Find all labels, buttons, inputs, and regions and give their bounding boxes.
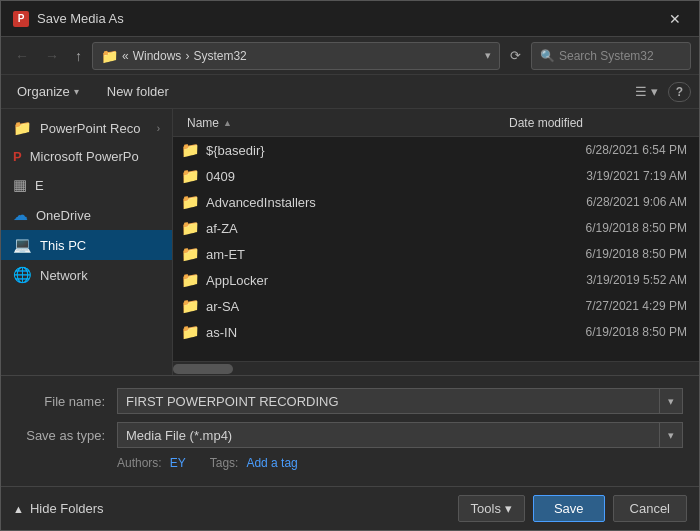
sort-icon: ▲	[223, 118, 232, 128]
tools-chevron-icon: ▾	[505, 501, 512, 516]
refresh-button[interactable]: ⟳	[504, 44, 527, 67]
sidebar-item-microsoft-powerpoint[interactable]: P Microsoft PowerPo	[1, 143, 172, 170]
navigation-toolbar: ← → ↑ 📁 « Windows › System32 ▾ ⟳ 🔍 Searc…	[1, 37, 699, 75]
up-button[interactable]: ↑	[69, 44, 88, 68]
table-row[interactable]: 📁 ${basedir} 6/28/2021 6:54 PM	[173, 137, 699, 163]
title-bar: P Save Media As ✕	[1, 1, 699, 37]
address-chevron-icon: ▾	[485, 49, 491, 62]
table-row[interactable]: 📁 AppLocker 3/19/2019 5:52 AM	[173, 267, 699, 293]
computer-icon: 💻	[13, 236, 32, 254]
help-button[interactable]: ?	[668, 82, 691, 102]
filetype-row: Save as type: Media File (*.mp4) ▾	[17, 422, 683, 448]
tags-item: Tags: Add a tag	[210, 456, 298, 470]
sidebar-item-network[interactable]: 🌐 Network	[1, 260, 172, 290]
folder-icon: 📁	[181, 219, 200, 237]
filename-row: File name: ▾	[17, 388, 683, 414]
bottom-form-area: File name: ▾ Save as type: Media File (*…	[1, 375, 699, 486]
table-row[interactable]: 📁 af-ZA 6/19/2018 8:50 PM	[173, 215, 699, 241]
col-header-date[interactable]: Date modified	[503, 112, 683, 134]
forward-button[interactable]: →	[39, 44, 65, 68]
filename-input[interactable]	[117, 388, 660, 414]
action-bar-right: ☰ ▾ ?	[629, 81, 691, 102]
authors-label: Authors:	[117, 456, 162, 470]
cloud-icon: ☁	[13, 206, 28, 224]
folder-icon: 📁	[181, 141, 200, 159]
file-area: Name ▲ Date modified 📁 ${basedir} 6/28/2…	[173, 109, 699, 375]
dialog-title: Save Media As	[37, 11, 124, 26]
folder-icon: 📁	[181, 297, 200, 315]
main-area: 📁 PowerPoint Reco › P Microsoft PowerPo …	[1, 109, 699, 375]
back-button[interactable]: ←	[9, 44, 35, 68]
view-button[interactable]: ☰ ▾	[629, 81, 664, 102]
cancel-button[interactable]: Cancel	[613, 495, 687, 522]
search-icon: 🔍	[540, 49, 555, 63]
expand-arrow-icon: ›	[157, 123, 160, 134]
address-bar[interactable]: 📁 « Windows › System32 ▾	[92, 42, 500, 70]
col-header-name[interactable]: Name ▲	[181, 112, 503, 134]
search-placeholder: Search System32	[559, 49, 654, 63]
title-bar-left: P Save Media As	[13, 11, 124, 27]
button-bar: ▲ Hide Folders Tools ▾ Save Cancel	[1, 486, 699, 530]
hscroll-thumb	[173, 364, 233, 374]
table-row[interactable]: 📁 as-IN 6/19/2018 8:50 PM	[173, 319, 699, 345]
filetype-dropdown-button[interactable]: ▾	[660, 422, 683, 448]
search-box[interactable]: 🔍 Search System32	[531, 42, 691, 70]
new-folder-button[interactable]: New folder	[99, 81, 177, 102]
folder-icon: 📁	[181, 271, 200, 289]
table-row[interactable]: 📁 AdvancedInstallers 6/28/2021 9:06 AM	[173, 189, 699, 215]
app-icon: P	[13, 11, 29, 27]
sidebar-item-e-drive[interactable]: ▦ E	[1, 170, 172, 200]
table-row[interactable]: 📁 ar-SA 7/27/2021 4:29 PM	[173, 293, 699, 319]
network-icon: 🌐	[13, 266, 32, 284]
filename-label: File name:	[17, 394, 117, 409]
folder-icon: 📁	[181, 167, 200, 185]
sidebar-item-this-pc[interactable]: 💻 This PC	[1, 230, 172, 260]
sidebar: 📁 PowerPoint Reco › P Microsoft PowerPo …	[1, 109, 173, 375]
table-row[interactable]: 📁 am-ET 6/19/2018 8:50 PM	[173, 241, 699, 267]
meta-row: Authors: EY Tags: Add a tag	[17, 456, 683, 470]
folder-icon: 📁	[101, 48, 118, 64]
folder-icon: 📁	[181, 193, 200, 211]
tools-button[interactable]: Tools ▾	[458, 495, 525, 522]
hide-folders-arrow-icon: ▲	[13, 503, 24, 515]
filename-dropdown-button[interactable]: ▾	[660, 388, 683, 414]
close-button[interactable]: ✕	[663, 7, 687, 31]
folder-icon: 📁	[181, 245, 200, 263]
organize-button[interactable]: Organize ▾	[9, 81, 87, 102]
save-media-as-dialog: P Save Media As ✕ ← → ↑ 📁 « Windows › Sy…	[0, 0, 700, 531]
drive-icon: ▦	[13, 176, 27, 194]
address-path-system32: System32	[193, 49, 246, 63]
folder-icon: 📁	[13, 119, 32, 137]
folder-icon: 📁	[181, 323, 200, 341]
action-bar: Organize ▾ New folder ☰ ▾ ?	[1, 75, 699, 109]
horizontal-scrollbar[interactable]	[173, 361, 699, 375]
address-path-windows: Windows	[133, 49, 182, 63]
authors-value[interactable]: EY	[170, 456, 186, 470]
powerpoint-icon: P	[13, 149, 22, 164]
filetype-label: Save as type:	[17, 428, 117, 443]
file-list-header: Name ▲ Date modified	[173, 109, 699, 137]
address-path-arrow: ›	[185, 49, 189, 63]
authors-item: Authors: EY	[117, 456, 186, 470]
sidebar-item-powerpoint-reco[interactable]: 📁 PowerPoint Reco ›	[1, 113, 172, 143]
table-row[interactable]: 📁 0409 3/19/2021 7:19 AM	[173, 163, 699, 189]
tags-value[interactable]: Add a tag	[246, 456, 297, 470]
filetype-select[interactable]: Media File (*.mp4)	[117, 422, 660, 448]
hide-folders-button[interactable]: ▲ Hide Folders	[13, 501, 104, 516]
organize-chevron-icon: ▾	[74, 86, 79, 97]
save-button[interactable]: Save	[533, 495, 605, 522]
address-path-separator: «	[122, 49, 129, 63]
tags-label: Tags:	[210, 456, 239, 470]
file-list: 📁 ${basedir} 6/28/2021 6:54 PM 📁 0409 3/…	[173, 137, 699, 361]
sidebar-item-onedrive[interactable]: ☁ OneDrive	[1, 200, 172, 230]
